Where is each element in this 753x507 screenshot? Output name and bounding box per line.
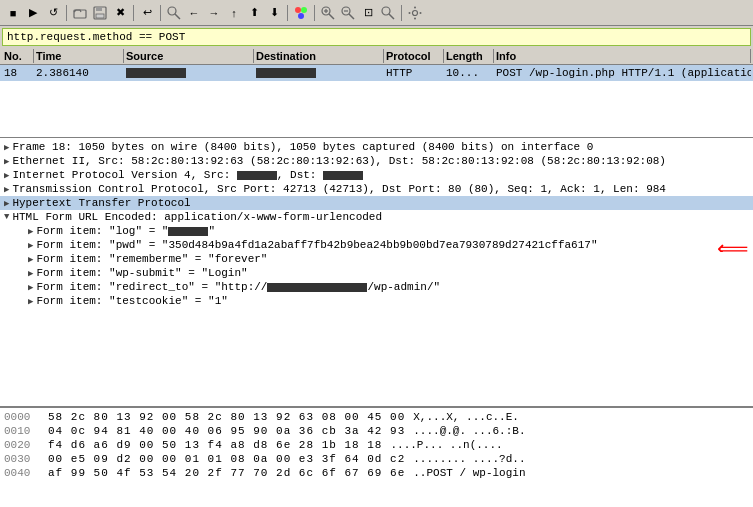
hex-row-1: 0010 04 0c 94 81 40 00 40 06 95 90 0a 36…	[4, 424, 749, 438]
form-rememberme-triangle: ▶	[28, 254, 33, 265]
tcp-section[interactable]: ▶ Transmission Control Protocol, Src Por…	[0, 182, 753, 196]
packet-row[interactable]: 18 2.386140 HTTP 10... POST /wp-login.ph…	[0, 65, 753, 81]
hex-offset-4: 0040	[4, 466, 40, 480]
packet-list: No. Time Source Destination Protocol Len…	[0, 48, 753, 138]
hex-offset-1: 0010	[4, 424, 40, 438]
svg-line-10	[329, 14, 334, 19]
col-length: Length	[444, 49, 494, 63]
tcp-triangle: ▶	[4, 184, 9, 195]
svg-point-19	[414, 6, 416, 8]
scrolltop-button[interactable]: ⬆	[245, 4, 263, 22]
ethernet-text: Ethernet II, Src: 58:2c:80:13:92:63 (58:…	[12, 155, 666, 167]
form-item-submit[interactable]: ▶ Form item: "wp-submit" = "Login"	[0, 266, 753, 280]
hex-bytes-1: 04 0c 94 81 40 00 40 06 95 90 0a 36 cb 3…	[48, 424, 405, 438]
frame-triangle: ▶	[4, 142, 9, 153]
toolbar: ■ ▶ ↺ ✖ ↩ ← → ↑ ⬆ ⬇ ⊡	[0, 0, 753, 26]
svg-point-20	[414, 17, 416, 19]
hex-ascii-4: ..POST / wp-login	[413, 466, 525, 480]
hex-bytes-2: f4 d6 a6 d9 00 50 13 f4 a8 d8 6e 28 1b 1…	[48, 438, 382, 452]
frame-section[interactable]: ▶ Frame 18: 1050 bytes on wire (8400 bit…	[0, 140, 753, 154]
settings-button[interactable]	[406, 4, 424, 22]
cell-no: 18	[2, 66, 34, 80]
zoomfit-button[interactable]: ⊡	[359, 4, 377, 22]
hex-bytes-4: af 99 50 4f 53 54 20 2f 77 70 2d 6c 6f 6…	[48, 466, 405, 480]
colorize-button[interactable]	[292, 4, 310, 22]
http-triangle: ▶	[4, 198, 9, 209]
form-rememberme-text: Form item: "rememberme" = "forever"	[36, 253, 267, 265]
filter-bar[interactable]: http.request.method == POST	[2, 28, 751, 46]
hex-ascii-0: X,...X, ...c..E.	[413, 410, 519, 424]
svg-point-16	[382, 7, 390, 15]
form-item-log[interactable]: ▶ Form item: "log" = ""	[0, 224, 753, 238]
hex-row-0: 0000 58 2c 80 13 92 00 58 2c 80 13 92 63…	[4, 410, 749, 424]
toolbar-sep-2	[133, 5, 134, 21]
ip-text: Internet Protocol Version 4, Src: , Dst:	[12, 169, 363, 181]
zoom100-button[interactable]	[379, 4, 397, 22]
col-time: Time	[34, 49, 124, 63]
col-source: Source	[124, 49, 254, 63]
svg-rect-3	[96, 14, 104, 18]
restart-button[interactable]: ↺	[44, 4, 62, 22]
hex-ascii-2: ....P... ..n(....	[390, 438, 502, 452]
form-item-rememberme[interactable]: ▶ Form item: "rememberme" = "forever"	[0, 252, 753, 266]
save-button[interactable]	[91, 4, 109, 22]
find-button[interactable]	[165, 4, 183, 22]
ip-triangle: ▶	[4, 170, 9, 181]
cell-destination	[254, 66, 384, 80]
toolbar-sep-5	[314, 5, 315, 21]
packet-list-header: No. Time Source Destination Protocol Len…	[0, 48, 753, 65]
svg-rect-2	[96, 7, 102, 11]
hex-offset-2: 0020	[4, 438, 40, 452]
form-log-text: Form item: "log" = ""	[36, 225, 215, 237]
form-submit-triangle: ▶	[28, 268, 33, 279]
svg-point-8	[298, 13, 304, 19]
http-text: Hypertext Transfer Protocol	[12, 197, 190, 209]
svg-point-4	[168, 7, 176, 15]
play-button[interactable]: ▶	[24, 4, 42, 22]
hex-row-2: 0020 f4 d6 a6 d9 00 50 13 f4 a8 d8 6e 28…	[4, 438, 749, 452]
close-button[interactable]: ✖	[111, 4, 129, 22]
red-arrow-icon: ⟸	[717, 238, 749, 252]
form-item-redirect[interactable]: ▶ Form item: "redirect_to" = "http:///wp…	[0, 280, 753, 294]
hex-offset-0: 0000	[4, 410, 40, 424]
stop-button[interactable]: ■	[4, 4, 22, 22]
back-button[interactable]: ←	[185, 4, 203, 22]
packet-detail: ▶ Frame 18: 1050 bytes on wire (8400 bit…	[0, 138, 753, 407]
html-form-triangle: ▼	[4, 212, 9, 222]
form-item-testcookie[interactable]: ▶ Form item: "testcookie" = "1"	[0, 294, 753, 308]
hex-ascii-3: ........ ....?d..	[413, 452, 525, 466]
svg-point-6	[295, 7, 301, 13]
ip-section[interactable]: ▶ Internet Protocol Version 4, Src: , Ds…	[0, 168, 753, 182]
zoomin-button[interactable]	[319, 4, 337, 22]
http-section[interactable]: ▶ Hypertext Transfer Protocol	[0, 196, 753, 210]
hex-bytes-3: 00 e5 09 d2 00 00 01 01 08 0a 00 e3 3f 6…	[48, 452, 405, 466]
reload-button[interactable]: ↩	[138, 4, 156, 22]
form-submit-text: Form item: "wp-submit" = "Login"	[36, 267, 247, 279]
hex-row-4: 0040 af 99 50 4f 53 54 20 2f 77 70 2d 6c…	[4, 466, 749, 480]
open-button[interactable]	[71, 4, 89, 22]
html-form-section[interactable]: ▼ HTML Form URL Encoded: application/x-w…	[0, 210, 753, 224]
svg-line-14	[349, 14, 354, 19]
form-redirect-triangle: ▶	[28, 282, 33, 293]
cell-info: POST /wp-login.php HTTP/1.1 (application…	[494, 66, 751, 80]
ethernet-triangle: ▶	[4, 156, 9, 167]
col-info: Info	[494, 49, 751, 63]
html-form-text: HTML Form URL Encoded: application/x-www…	[12, 211, 382, 223]
form-testcookie-triangle: ▶	[28, 296, 33, 307]
form-item-pwd[interactable]: ▶ Form item: "pwd" = "350d484b9a4fd1a2ab…	[0, 238, 753, 252]
forward-button[interactable]: →	[205, 4, 223, 22]
hex-ascii-1: ....@.@. ...6.:B.	[413, 424, 525, 438]
toolbar-sep-6	[401, 5, 402, 21]
zoomout-button[interactable]	[339, 4, 357, 22]
svg-point-7	[301, 7, 307, 13]
scrollbottom-button[interactable]: ⬇	[265, 4, 283, 22]
col-no: No.	[2, 49, 34, 63]
hex-bytes-0: 58 2c 80 13 92 00 58 2c 80 13 92 63 08 0…	[48, 410, 405, 424]
form-pwd-text: Form item: "pwd" = "350d484b9a4fd1a2abaf…	[36, 239, 597, 251]
svg-point-22	[420, 12, 422, 14]
goto-button[interactable]: ↑	[225, 4, 243, 22]
col-destination: Destination	[254, 49, 384, 63]
cell-length: 10...	[444, 66, 494, 80]
svg-line-17	[389, 14, 394, 19]
ethernet-section[interactable]: ▶ Ethernet II, Src: 58:2c:80:13:92:63 (5…	[0, 154, 753, 168]
